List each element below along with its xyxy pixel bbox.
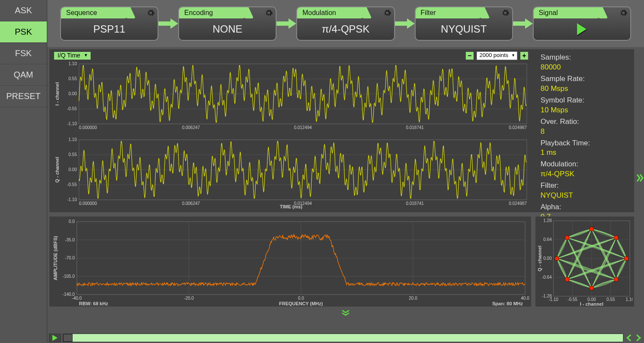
svg-text:AMPLITUDE (dBFS): AMPLITUDE (dBFS)	[53, 236, 58, 280]
svg-text:I - channel: I - channel	[55, 82, 60, 105]
expand-down-button[interactable]	[47, 309, 644, 317]
svg-text:-40.0: -40.0	[72, 296, 82, 301]
gear-icon[interactable]	[501, 9, 510, 17]
main-area: I/Q Time − 2000 points + 1.100.550.00-0.…	[47, 47, 644, 332]
next-button[interactable]	[635, 334, 642, 342]
prev-button[interactable]	[625, 334, 633, 342]
over-ratio-value: 8	[541, 127, 629, 137]
block-modulation-value: π/4-QPSK	[297, 18, 394, 40]
svg-text:1.10: 1.10	[69, 61, 77, 66]
svg-text:1.10: 1.10	[626, 297, 632, 302]
svg-text:-35.0: -35.0	[65, 238, 75, 242]
svg-text:0.00: 0.00	[69, 167, 77, 172]
block-sequence-title: Sequence	[66, 9, 97, 17]
block-signal[interactable]: Signal	[533, 6, 631, 41]
svg-text:0.00: 0.00	[69, 91, 77, 96]
svg-text:0.024987: 0.024987	[509, 201, 527, 206]
svg-text:-0.55: -0.55	[67, 182, 77, 187]
playback-bar	[47, 332, 644, 343]
sample-rate-label: Sample Rate:	[541, 74, 629, 84]
sidebar-item-fsk[interactable]: FSK	[0, 43, 47, 64]
points-dropdown[interactable]: 2000 points	[477, 51, 517, 60]
modulation-label: Modulation:	[541, 159, 629, 169]
samples-label: Samples:	[541, 53, 629, 63]
block-sequence-value: PSP11	[61, 18, 158, 40]
sidebar-item-ask[interactable]: ASK	[0, 0, 47, 21]
block-modulation[interactable]: Modulation π/4-QPSK	[296, 6, 395, 41]
svg-text:Span: 80 MHz: Span: 80 MHz	[492, 301, 523, 306]
svg-marker-2	[395, 18, 415, 29]
info-panel: Samples: 80000 Sample Rate: 80 Msps Symb…	[535, 49, 634, 212]
chain-arrow-icon	[395, 17, 415, 30]
block-signal-title: Signal	[539, 9, 558, 17]
svg-text:0.018741: 0.018741	[406, 201, 424, 206]
zoom-out-button[interactable]: −	[465, 51, 474, 60]
chain-arrow-icon	[513, 17, 533, 30]
sidebar-item-psk[interactable]: PSK	[0, 21, 47, 43]
modulation-value: π/4-QPSK	[541, 169, 629, 179]
constellation-chart: -1.10-0.550.000.551.101.280.640.00-0.64-…	[537, 218, 632, 307]
playback-time-label: Playback Time:	[541, 138, 629, 148]
block-encoding-title: Encoding	[184, 9, 213, 17]
svg-text:20.0: 20.0	[409, 296, 417, 301]
zoom-in-button[interactable]: +	[520, 51, 529, 60]
view-dropdown[interactable]: I/Q Time	[54, 51, 91, 60]
signal-chain: Sequence PSP11 Encoding NONE Modulation …	[47, 0, 644, 47]
block-encoding-value: NONE	[179, 18, 276, 40]
svg-marker-3	[513, 18, 533, 29]
svg-text:-0.55: -0.55	[67, 106, 77, 111]
gear-icon[interactable]	[383, 9, 392, 17]
block-filter[interactable]: Filter NYQUIST	[415, 6, 513, 41]
svg-text:TIME (ms): TIME (ms)	[280, 204, 303, 209]
svg-text:0.000000: 0.000000	[79, 125, 97, 130]
svg-marker-1	[276, 18, 296, 29]
svg-point-87	[589, 227, 594, 231]
svg-text:Q - channel: Q - channel	[537, 246, 542, 271]
playback-time-value: 1 ms	[541, 148, 629, 158]
samples-value: 80000	[541, 63, 629, 72]
block-modulation-title: Modulation	[302, 9, 336, 17]
sidebar-item-preset[interactable]: PRESET	[0, 86, 47, 107]
svg-text:0.64: 0.64	[544, 237, 552, 242]
over-ratio-label: Over. Ratio:	[541, 117, 629, 127]
svg-text:-20.0: -20.0	[184, 296, 194, 301]
svg-text:-105.0: -105.0	[63, 274, 75, 279]
play-icon	[577, 23, 586, 35]
svg-text:-1.10: -1.10	[67, 121, 77, 126]
progress-track[interactable]	[63, 334, 623, 342]
progress-thumb[interactable]	[63, 334, 73, 342]
svg-text:-1.10: -1.10	[67, 197, 77, 202]
play-button[interactable]	[49, 334, 61, 342]
svg-marker-0	[158, 18, 178, 29]
symbol-rate-value: 10 Msps	[541, 105, 629, 115]
expand-right-button[interactable]	[636, 47, 644, 309]
svg-text:Q - channel: Q - channel	[55, 157, 60, 183]
filter-value: NYQUIST	[541, 191, 629, 201]
block-filter-value: NYQUIST	[416, 18, 512, 40]
play-icon	[52, 335, 58, 341]
alpha-label: Alpha:	[541, 202, 629, 212]
svg-text:0.006247: 0.006247	[182, 201, 200, 206]
gear-icon[interactable]	[146, 9, 155, 17]
block-sequence[interactable]: Sequence PSP11	[60, 6, 158, 41]
sample-rate-value: 80 Msps	[541, 84, 629, 94]
block-signal-value[interactable]	[534, 18, 630, 40]
svg-text:1.10: 1.10	[69, 137, 77, 142]
svg-text:0.0: 0.0	[298, 296, 304, 301]
spectrum-panel: 0.0-35.0-70.0-105.0-140.0-40.0-20.00.020…	[49, 217, 531, 307]
svg-point-90	[565, 277, 569, 282]
block-encoding[interactable]: Encoding NONE	[178, 6, 276, 41]
svg-text:0.006247: 0.006247	[182, 125, 200, 130]
svg-text:-1.28: -1.28	[542, 294, 552, 298]
gear-icon[interactable]	[619, 9, 628, 17]
svg-text:40.0: 40.0	[521, 296, 529, 301]
svg-text:-70.0: -70.0	[65, 256, 75, 260]
svg-text:-0.64: -0.64	[542, 275, 552, 280]
svg-text:0.012494: 0.012494	[294, 125, 312, 130]
gear-icon[interactable]	[264, 9, 273, 17]
svg-text:-0.55: -0.55	[568, 297, 577, 302]
sidebar-item-qam[interactable]: QAM	[0, 64, 47, 86]
svg-text:I - channel: I - channel	[580, 301, 603, 307]
svg-text:0.000000: 0.000000	[79, 201, 97, 206]
spectrum-chart: 0.0-35.0-70.0-105.0-140.0-40.0-20.00.020…	[51, 218, 529, 307]
